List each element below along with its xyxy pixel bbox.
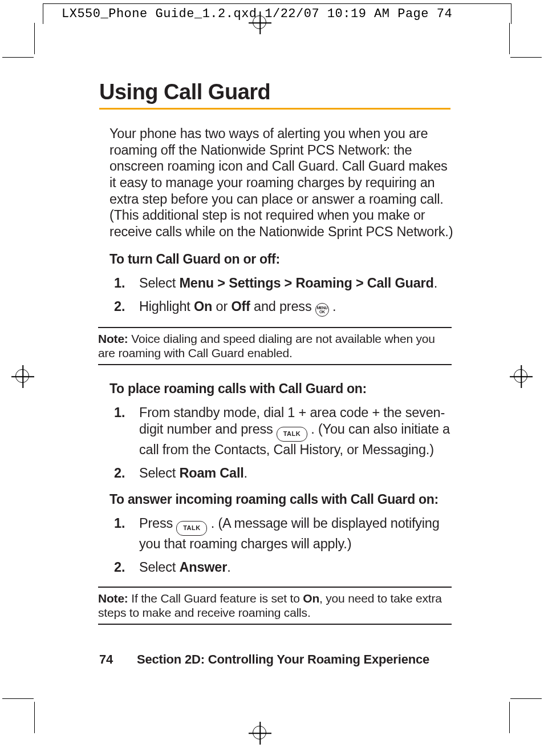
subhead-answer-calls: To answer incoming roaming calls with Ca…: [109, 492, 450, 507]
talk-key-icon: TALK: [176, 521, 207, 536]
crop-mark: [2, 57, 34, 58]
page-number: 74: [99, 652, 113, 666]
step-item: Select Answer.: [132, 559, 450, 576]
step-item: Highlight On or Off and press MENUOK .: [132, 298, 450, 317]
note-label: Note:: [98, 592, 128, 605]
step-text: .: [244, 466, 247, 480]
step-text: Select: [139, 466, 179, 480]
step-text: Select: [139, 560, 179, 575]
option-on: On: [194, 299, 212, 314]
step-item: Select Menu > Settings > Roaming > Call …: [132, 275, 450, 292]
option-roam-call: Roam Call: [179, 466, 243, 480]
note-box: Note: Voice dialing and speed dialing ar…: [98, 327, 452, 365]
crop-mark: [510, 698, 542, 699]
step-text: or: [212, 299, 231, 314]
crop-mark: [509, 702, 510, 733]
registration-mark-icon: [11, 365, 34, 388]
page-title: Using Call Guard: [99, 80, 450, 104]
content-area: Using Call Guard Your phone has two ways…: [99, 80, 450, 637]
page-footer: 74 Section 2D: Controlling Your Roaming …: [99, 652, 429, 667]
step-text: Select: [139, 276, 179, 290]
registration-mark-icon: [249, 722, 271, 745]
subhead-turn-on-off: To turn Call Guard on or off:: [109, 252, 450, 267]
note-label: Note:: [98, 332, 128, 345]
steps-place: From standby mode, dial 1 + area code + …: [99, 405, 450, 482]
menu-ok-key-icon: MENUOK: [315, 303, 329, 317]
registration-mark-icon: [510, 365, 533, 388]
step-item: Press TALK . (A message will be displaye…: [132, 515, 450, 552]
step-text: Highlight: [139, 299, 194, 314]
intro-paragraph: Your phone has two ways of alerting you …: [109, 126, 454, 240]
section-label: Section 2D: Controlling Your Roaming Exp…: [137, 652, 429, 666]
subhead-place-calls: To place roaming calls with Call Guard o…: [109, 381, 450, 397]
step-text: and press: [250, 299, 315, 314]
crop-mark: [34, 23, 35, 54]
step-item: From standby mode, dial 1 + area code + …: [132, 405, 450, 458]
option-off: Off: [231, 299, 250, 314]
note-box: Note: If the Call Guard feature is set t…: [98, 587, 452, 625]
step-text: .: [329, 299, 336, 314]
note-text: If the Call Guard feature is set to: [128, 592, 303, 605]
crop-mark: [510, 57, 542, 58]
crop-mark: [34, 702, 35, 733]
note-text: Voice dialing and speed dialing are not …: [98, 332, 435, 360]
crop-mark: [509, 23, 510, 54]
talk-key-icon: TALK: [277, 427, 307, 442]
option-answer: Answer: [179, 560, 227, 575]
option-on: On: [303, 592, 319, 605]
menu-path: Menu > Settings > Roaming > Call Guard: [179, 276, 433, 290]
title-underline: [99, 108, 450, 110]
step-text: Press: [139, 516, 176, 531]
page: LX550_Phone Guide_1.2.qxd 1/22/07 10:19 …: [0, 0, 544, 756]
steps-turn: Select Menu > Settings > Roaming > Call …: [99, 275, 450, 317]
slug-line: LX550_Phone Guide_1.2.qxd 1/22/07 10:19 …: [62, 7, 452, 21]
step-item: Select Roam Call.: [132, 465, 450, 482]
crop-mark: [2, 698, 34, 699]
step-text: .: [227, 560, 230, 575]
step-text: .: [434, 276, 437, 290]
steps-answer: Press TALK . (A message will be displaye…: [99, 515, 450, 576]
